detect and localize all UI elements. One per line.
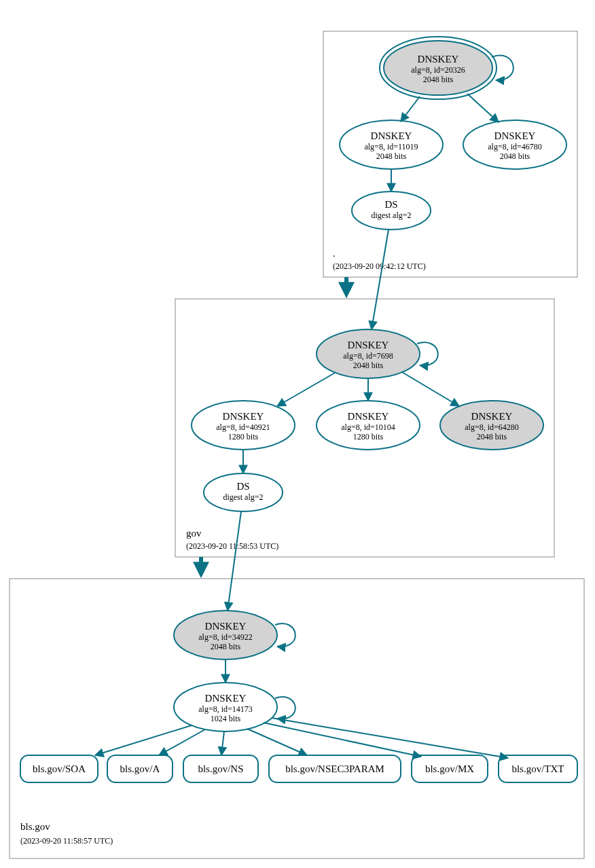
svg-text:DNSKEY: DNSKEY <box>494 130 536 141</box>
dnssec-graph: . (2023-09-20 09:42:12 UTC) DNSKEY alg=8… <box>0 0 595 868</box>
zone-bls-title: bls.gov <box>20 821 50 832</box>
svg-text:(2023-09-20 11:58:53 UTC): (2023-09-20 11:58:53 UTC) <box>186 541 278 551</box>
zone-bls: bls.gov (2023-09-20 11:58:57 UTC) <box>10 579 584 858</box>
svg-text:DNSKEY: DNSKEY <box>223 411 264 422</box>
svg-text:1280 bits: 1280 bits <box>353 432 384 441</box>
svg-text:DNSKEY: DNSKEY <box>348 411 389 422</box>
zone-bls-date: (2023-09-20 11:58:57 UTC) <box>20 836 113 846</box>
node-root-ds: DS digest alg=2 <box>352 192 431 230</box>
svg-text:alg=8, id=11019: alg=8, id=11019 <box>364 142 418 151</box>
node-rr-a: bls.gov/A <box>107 755 173 782</box>
svg-text:alg=8, id=46780: alg=8, id=46780 <box>488 142 542 151</box>
svg-text:bls.gov/TXT: bls.gov/TXT <box>511 763 564 774</box>
svg-text:(2023-09-20 09:42:12 UTC): (2023-09-20 09:42:12 UTC) <box>333 261 426 271</box>
svg-rect-41 <box>10 579 584 858</box>
edge-blszsk-ns <box>221 731 224 755</box>
svg-text:1280 bits: 1280 bits <box>228 432 259 441</box>
edge-bls-ksk-self <box>275 623 295 647</box>
node-gov-zsk3: DNSKEY alg=8, id=64280 2048 bits <box>440 401 543 450</box>
node-rr-mx: bls.gov/MX <box>412 755 488 782</box>
zone-root-title: . <box>333 248 336 259</box>
svg-text:alg=8, id=7698: alg=8, id=7698 <box>343 351 393 361</box>
svg-text:bls.gov/SOA: bls.gov/SOA <box>33 763 86 774</box>
svg-text:bls.gov/NSEC3PARAM: bls.gov/NSEC3PARAM <box>285 763 384 774</box>
edge-govds-blsksk <box>228 511 241 611</box>
node-bls-ksk: DNSKEY alg=8, id=34922 2048 bits <box>174 611 277 659</box>
svg-text:2048 bits: 2048 bits <box>376 151 407 161</box>
svg-text:.: . <box>333 248 336 259</box>
svg-text:DNSKEY: DNSKEY <box>418 54 459 65</box>
svg-text:digest alg=2: digest alg=2 <box>223 492 263 502</box>
svg-text:2048 bits: 2048 bits <box>477 432 507 441</box>
svg-text:DNSKEY: DNSKEY <box>471 411 513 422</box>
svg-text:alg=8, id=64280: alg=8, id=64280 <box>465 422 519 432</box>
svg-text:DS: DS <box>236 481 249 492</box>
svg-text:alg=8, id=14173: alg=8, id=14173 <box>198 704 253 714</box>
svg-text:bls.gov/NS: bls.gov/NS <box>198 763 243 774</box>
edge-bls-zsk-self <box>275 697 295 719</box>
edge-rootksk-zsk2 <box>467 94 499 122</box>
node-bls-zsk: DNSKEY alg=8, id=14173 1024 bits <box>174 683 277 731</box>
svg-text:DS: DS <box>384 199 397 210</box>
zone-gov-title: gov <box>186 528 202 539</box>
svg-text:DNSKEY: DNSKEY <box>205 621 247 632</box>
svg-text:gov: gov <box>186 528 202 539</box>
svg-text:alg=8, id=20326: alg=8, id=20326 <box>411 65 465 75</box>
node-rr-soa: bls.gov/SOA <box>20 755 98 782</box>
svg-text:(2023-09-20 11:58:57 UTC): (2023-09-20 11:58:57 UTC) <box>20 836 113 846</box>
node-root-zsk1: DNSKEY alg=8, id=11019 2048 bits <box>340 120 443 169</box>
svg-text:alg=8, id=34922: alg=8, id=34922 <box>198 632 253 642</box>
svg-text:2048 bits: 2048 bits <box>423 75 454 84</box>
edge-rootds-govksk <box>372 230 389 329</box>
svg-text:bls.gov/A: bls.gov/A <box>120 763 160 774</box>
node-gov-zsk2: DNSKEY alg=8, id=10104 1280 bits <box>317 401 420 450</box>
svg-text:DNSKEY: DNSKEY <box>348 340 389 350</box>
svg-text:bls.gov/MX: bls.gov/MX <box>425 763 474 774</box>
node-rr-nsec3: bls.gov/NSEC3PARAM <box>269 755 401 782</box>
svg-text:bls.gov: bls.gov <box>20 821 50 832</box>
svg-text:DNSKEY: DNSKEY <box>371 130 412 141</box>
svg-text:DNSKEY: DNSKEY <box>205 693 247 704</box>
node-gov-zsk1: DNSKEY alg=8, id=40921 1280 bits <box>192 401 295 450</box>
node-root-zsk2: DNSKEY alg=8, id=46780 2048 bits <box>463 120 566 169</box>
edge-rootksk-zsk1 <box>401 96 420 122</box>
svg-text:1024 bits: 1024 bits <box>211 714 241 723</box>
node-gov-ksk: DNSKEY alg=8, id=7698 2048 bits <box>317 329 420 378</box>
node-rr-ns: bls.gov/NS <box>183 755 258 782</box>
svg-text:2048 bits: 2048 bits <box>500 151 530 161</box>
node-root-ksk: DNSKEY alg=8, id=20326 2048 bits <box>380 37 497 99</box>
edge-blszsk-txt <box>272 718 508 758</box>
edge-govksk-zsk1 <box>277 373 335 406</box>
zone-root-date: (2023-09-20 09:42:12 UTC) <box>333 261 426 271</box>
edge-govksk-zsk3 <box>402 372 459 406</box>
zone-gov-date: (2023-09-20 11:58:53 UTC) <box>186 541 278 551</box>
svg-text:alg=8, id=40921: alg=8, id=40921 <box>216 422 270 432</box>
svg-text:alg=8, id=10104: alg=8, id=10104 <box>341 422 395 432</box>
edge-blszsk-nsec3 <box>247 729 307 755</box>
node-gov-ds: DS digest alg=2 <box>204 473 283 511</box>
svg-text:2048 bits: 2048 bits <box>353 361 384 370</box>
svg-text:digest alg=2: digest alg=2 <box>371 211 411 220</box>
svg-text:2048 bits: 2048 bits <box>211 642 241 651</box>
node-rr-txt: bls.gov/TXT <box>499 755 577 782</box>
edge-blszsk-soa <box>95 725 192 755</box>
